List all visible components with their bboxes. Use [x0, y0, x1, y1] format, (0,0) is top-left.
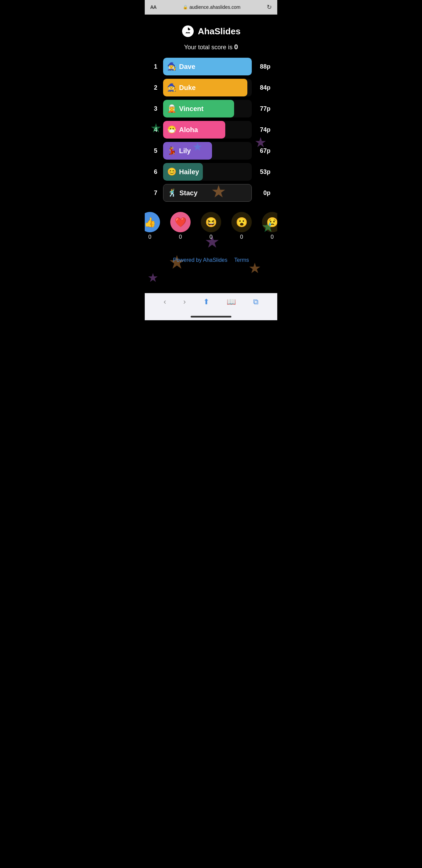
score-value: 0 — [234, 43, 238, 51]
table-row: 7🕺Stacy0p — [152, 184, 270, 202]
player-name: Vincent — [179, 105, 204, 113]
bar-content: 🧙‍♀️Dave — [163, 58, 252, 75]
player-avatar: 💃 — [167, 146, 176, 155]
player-avatar: 😊 — [167, 167, 176, 176]
player-score: 74p — [255, 126, 270, 133]
table-row: 5💃Lily67p — [152, 142, 270, 160]
player-avatar: 🧝 — [167, 104, 176, 113]
reaction-count: 0 — [271, 234, 274, 240]
bar-container: 😊Hailey — [163, 163, 252, 181]
player-name: Lily — [179, 147, 191, 155]
home-indicator — [145, 313, 277, 320]
reaction-count: 0 — [240, 234, 243, 240]
logo-section: AhaSlides — [152, 21, 270, 38]
forward-button[interactable]: › — [183, 297, 186, 306]
rank-number: 3 — [152, 105, 160, 112]
reaction-emoji: 😆 — [205, 217, 217, 228]
powered-by-link[interactable]: Powered by AhaSlides — [173, 257, 227, 263]
reaction-count: 0 — [179, 234, 182, 240]
back-button[interactable]: ‹ — [163, 297, 166, 306]
terms-link[interactable]: Terms — [234, 257, 249, 263]
bookmarks-icon[interactable]: 📖 — [227, 297, 236, 306]
reaction-emoji: ❤️ — [175, 217, 187, 228]
player-score: 0p — [255, 189, 270, 197]
player-avatar: 😷 — [167, 125, 176, 134]
ahaslides-logo-icon — [181, 25, 194, 38]
player-name: Aloha — [179, 126, 198, 134]
player-avatar: 🧙‍♀️ — [167, 62, 176, 71]
player-score: 67p — [255, 147, 270, 155]
bar-container: 🧙Duke — [163, 79, 252, 96]
home-bar — [191, 316, 231, 318]
bar-container: 🧙‍♀️Dave — [163, 58, 252, 75]
rank-number: 2 — [152, 84, 160, 91]
reaction-button[interactable]: 😆 — [201, 212, 221, 232]
reaction-button[interactable]: ❤️ — [170, 212, 191, 232]
player-avatar: 🕺 — [168, 188, 177, 197]
reactions-section: 👍0❤️0😆0😮0😢0 — [152, 212, 270, 240]
reaction-item[interactable]: ❤️0 — [170, 212, 191, 240]
table-row: 3🧝Vincent77p — [152, 100, 270, 117]
reaction-item[interactable]: 😆0 — [201, 212, 221, 240]
player-score: 77p — [255, 105, 270, 112]
reaction-item[interactable]: 😢0 — [262, 212, 277, 240]
bar-content: 💃Lily — [163, 142, 252, 160]
rank-number: 5 — [152, 147, 160, 155]
lock-icon: 🔒 — [183, 5, 188, 10]
player-score: 53p — [255, 168, 270, 176]
bar-content: 😷Aloha — [163, 121, 252, 139]
reaction-emoji: 😢 — [266, 217, 278, 228]
footer-links: Powered by AhaSlides Terms — [152, 257, 270, 263]
player-score: 88p — [255, 63, 270, 70]
reaction-emoji: 👍 — [145, 217, 156, 228]
reaction-count: 0 — [210, 234, 213, 240]
reaction-button[interactable]: 😮 — [231, 212, 252, 232]
url-text: audience.ahaslides.com — [190, 4, 241, 10]
bottom-nav: ‹ › ⬆ 📖 ⧉ — [145, 293, 277, 313]
reaction-button[interactable]: 😢 — [262, 212, 277, 232]
player-name: Stacy — [179, 189, 197, 197]
reaction-item[interactable]: 😮0 — [231, 212, 252, 240]
rank-number: 7 — [152, 189, 160, 197]
bar-content: 🧝Vincent — [163, 100, 252, 117]
footer: Powered by AhaSlides Terms — [152, 250, 270, 270]
star-decoration-9: ★ — [147, 271, 158, 285]
rank-number: 6 — [152, 168, 160, 176]
player-score: 84p — [255, 84, 270, 91]
reaction-button[interactable]: 👍 — [145, 212, 160, 232]
browser-bar: AA 🔒 audience.ahaslides.com ↻ — [145, 0, 277, 15]
text-size-control[interactable]: AA — [150, 4, 156, 10]
bar-content: 😊Hailey — [163, 163, 252, 181]
url-bar[interactable]: 🔒 audience.ahaslides.com — [183, 4, 241, 10]
bar-content: 🧙Duke — [163, 79, 252, 96]
reaction-emoji: 😮 — [236, 217, 248, 228]
bar-container: 😷Aloha — [163, 121, 252, 139]
reaction-item[interactable]: 👍0 — [145, 212, 160, 240]
leaderboard: 1🧙‍♀️Dave88p2🧙Duke84p3🧝Vincent77p4😷Aloha… — [152, 58, 270, 202]
table-row: 4😷Aloha74p — [152, 121, 270, 139]
svg-point-1 — [187, 30, 189, 33]
bar-container: 🧝Vincent — [163, 100, 252, 117]
tabs-icon[interactable]: ⧉ — [253, 297, 259, 306]
player-avatar: 🧙 — [167, 83, 176, 92]
table-row: 1🧙‍♀️Dave88p — [152, 58, 270, 75]
logo-row: AhaSlides — [152, 25, 270, 38]
score-display: Your total score is 0 — [152, 43, 270, 51]
bar-container: 🕺Stacy — [163, 184, 252, 202]
rank-number: 4 — [152, 126, 160, 133]
reaction-count: 0 — [148, 234, 152, 240]
main-content: AhaSlides Your total score is 0 1🧙‍♀️Dav… — [145, 15, 277, 293]
player-name: Duke — [179, 84, 196, 92]
logo-text: AhaSlides — [198, 26, 241, 37]
table-row: 2🧙Duke84p — [152, 79, 270, 96]
player-name: Dave — [179, 63, 195, 71]
bar-container: 💃Lily — [163, 142, 252, 160]
bar-content: 🕺Stacy — [163, 184, 251, 201]
share-icon[interactable]: ⬆ — [203, 297, 209, 306]
player-name: Hailey — [179, 168, 199, 176]
reload-icon[interactable]: ↻ — [267, 3, 272, 11]
table-row: 6😊Hailey53p — [152, 163, 270, 181]
rank-number: 1 — [152, 63, 160, 70]
score-prefix: Your total score is — [184, 44, 234, 51]
